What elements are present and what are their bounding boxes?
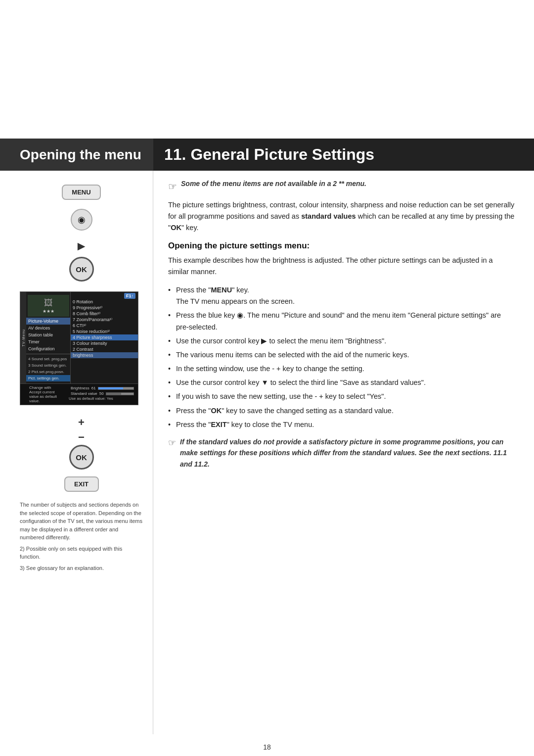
tv-right-item-5: 5 Noise reduction³⁾ — [71, 329, 138, 334]
note-symbol: ☞ — [168, 181, 177, 192]
header-left-title: Opening the menu — [0, 139, 153, 171]
ok-button-1[interactable]: OK — [69, 257, 94, 282]
brightness-value: 61 — [91, 386, 96, 390]
tv-menu-image: TV-Menu 🖼 ★★★ Picture-Volume AV — [20, 291, 138, 405]
standard-fill — [106, 393, 121, 395]
bullet-item-8: Press the "OK" key to save the changed s… — [168, 405, 515, 417]
use-default-text: Use as default value: Yes — [69, 396, 136, 401]
tv-right-item-1: brightness — [71, 352, 138, 358]
tv-bottom-info: Change withAccept currentvalue as defaul… — [20, 383, 138, 405]
page-number: 18 — [0, 734, 534, 756]
tv-channel-thumbnail: 🖼 ★★★ — [28, 295, 69, 317]
tv-right-panel: F1↑ 0 Rotation 9 Progressive²⁾ 8 Comb fi… — [71, 292, 138, 383]
tv-side-label: TV-Menu — [20, 292, 26, 383]
footnote-3-text: 3) See glossary for an explanation. — [20, 565, 104, 571]
remote-top-section: MENU ◉ ► OK — [20, 185, 143, 285]
italic-note: ☞ If the standard values do not provide … — [168, 436, 515, 470]
brightness-fill — [98, 387, 123, 389]
body-paragraph-2: This example describes how the brightnes… — [168, 255, 515, 278]
bullet-item-3: Use the cursor control key ▶ to select t… — [168, 335, 515, 347]
brightness-bar — [98, 387, 134, 390]
tv-menu-item-station-table: Station table — [26, 331, 70, 338]
italic-note-symbol: ☞ — [168, 437, 176, 448]
tv-sub-item-4: 4 Sound set. prog.pos — [26, 356, 70, 362]
menu-button[interactable]: MENU — [62, 185, 100, 200]
bullet-item-7: If you wish to save the new setting, use… — [168, 391, 515, 402]
bullet-item-6: Use the cursor control key ▼ to select t… — [168, 377, 515, 388]
plus-icon[interactable]: + — [78, 416, 85, 429]
right-arrow-icon[interactable]: ► — [75, 238, 88, 254]
tv-stars: ★★★ — [43, 308, 54, 314]
tv-left-panel: 🖼 ★★★ Picture-Volume AV devices Station … — [26, 292, 71, 383]
f1-badge: F1↑ — [124, 293, 135, 299]
tv-right-item-0: 0 Rotation — [71, 299, 138, 305]
bullet-item-2: Press the blue key ◉. The menu "Picture … — [168, 310, 515, 332]
footnote-2-text: 2) Possible only on sets equipped with t… — [20, 546, 122, 560]
tv-side-text: TV-Menu — [22, 329, 25, 346]
right-column: ☞ Some of the menu items are not availab… — [153, 171, 534, 734]
blue-key-icon[interactable]: ◉ — [71, 209, 92, 231]
tv-menu-screenshot: TV-Menu 🖼 ★★★ Picture-Volume AV — [20, 285, 138, 410]
bullet-item-9: Press the "EXIT" key to close the TV men… — [168, 419, 515, 430]
note-text: Some of the menu items are not available… — [181, 180, 366, 188]
tv-sub-item-2: 2 Pict.set.prog.posn. — [26, 369, 70, 375]
left-footnote-main: The number of subjects and sections depe… — [20, 501, 143, 542]
tv-sub-item-1: Pict. settings gen. — [26, 375, 70, 381]
remote-bottom-section: + − OK EXIT — [20, 415, 143, 492]
bullet-item-5: In the setting window, use the - + key t… — [168, 363, 515, 375]
tv-right-item-4-sharpness: 4 Picture sharpness — [71, 334, 138, 340]
tv-right-item-7: 7 Zoom/Panorama³⁾ — [71, 317, 138, 323]
note-box: ☞ Some of the menu items are not availab… — [168, 180, 515, 192]
bullet-item-1: Press the "MENU" key.The TV menu appears… — [168, 284, 515, 307]
tv-standard-row: Standard value 50 — [69, 391, 136, 396]
header-bar: Opening the menu 11. General Picture Set… — [0, 139, 534, 171]
body-paragraph-1: The picture settings brightness, contras… — [168, 199, 515, 234]
page: Opening the menu 11. General Picture Set… — [0, 0, 534, 756]
section-heading: Opening the picture settings menu: — [168, 241, 515, 251]
tv-sub-item-3: 3 Sound settings gen. — [26, 362, 70, 369]
footnote-item-3: 3) See glossary for an explanation. — [20, 564, 104, 572]
tv-brightness-row: Brightness 61 — [69, 385, 136, 391]
header-right-title: 11. General Picture Settings — [153, 139, 534, 171]
footnote-item-2: 2) Possible only on sets equipped with t… — [20, 545, 143, 561]
bullet-list: Press the "MENU" key.The TV menu appears… — [168, 284, 515, 430]
tv-menu-item-picture-volume: Picture-Volume — [26, 318, 70, 325]
left-column: MENU ◉ ► OK TV-Menu — [0, 171, 153, 734]
tv-right-item-2: 2 Contrast — [71, 346, 138, 352]
minus-icon[interactable]: − — [78, 431, 85, 444]
tv-menu-item-timer: Timer — [26, 338, 70, 345]
brightness-label: Brightness — [71, 386, 89, 390]
standard-label: Standard value — [71, 391, 97, 396]
standard-bar — [106, 392, 134, 395]
standard-value: 50 — [99, 391, 104, 396]
main-content: MENU ◉ ► OK TV-Menu — [0, 171, 534, 734]
tv-brightness-info: Brightness 61 Standard value 50 — [67, 385, 136, 403]
exit-button[interactable]: EXIT — [64, 476, 99, 492]
tv-change-info: Change withAccept currentvalue as defaul… — [22, 385, 67, 403]
bullet-item-4: The various menu items can be selected w… — [168, 349, 515, 361]
tv-menu-item-configuration: Configuration — [26, 345, 70, 352]
ok-button-2[interactable]: OK — [69, 445, 94, 470]
tv-right-item-6: 6 CTI³⁾ — [71, 323, 138, 329]
tv-right-item-3: 3 Colour intensity — [71, 340, 138, 346]
tv-right-item-9: 9 Progressive²⁾ — [71, 305, 138, 311]
italic-note-text: If the standard values do not provide a … — [180, 436, 515, 470]
tv-menu-item-av-devices: AV devices — [26, 325, 70, 331]
tv-right-item-8: 8 Comb filter²⁾ — [71, 311, 138, 317]
